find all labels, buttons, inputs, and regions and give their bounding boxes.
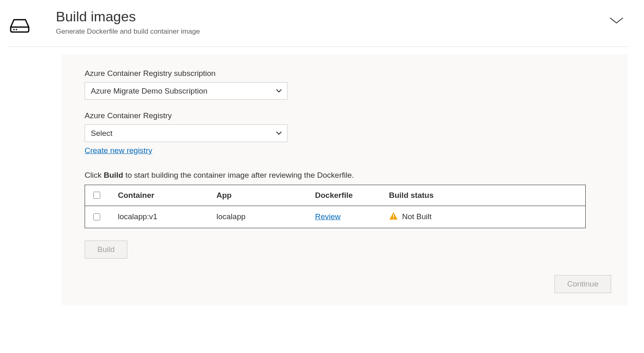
- svg-rect-3: [393, 214, 394, 217]
- registry-select[interactable]: Select: [85, 124, 288, 142]
- page-subtitle: Generate Dockerfile and build container …: [56, 28, 585, 36]
- row-checkbox[interactable]: [93, 213, 100, 220]
- cell-container: localapp:v1: [118, 212, 216, 221]
- table-header-row: Container App Dockerfile Build status: [85, 185, 585, 206]
- table-row: localapp:v1 localapp Review Not Built: [85, 206, 585, 228]
- collapse-toggle[interactable]: [610, 16, 623, 26]
- container-table: Container App Dockerfile Build status lo…: [85, 185, 586, 228]
- page-title: Build images: [56, 8, 585, 25]
- cell-status: Not Built: [402, 212, 432, 221]
- svg-point-1: [13, 29, 15, 30]
- col-header-dockerfile: Dockerfile: [315, 191, 389, 200]
- subscription-label: Azure Container Registry subscription: [85, 69, 611, 78]
- registry-label: Azure Container Registry: [85, 111, 611, 120]
- svg-rect-4: [393, 218, 394, 219]
- warning-icon: [389, 212, 398, 222]
- content-panel: Azure Container Registry subscription Az…: [62, 54, 628, 305]
- col-header-status: Build status: [389, 191, 512, 200]
- build-button[interactable]: Build: [85, 241, 127, 259]
- create-registry-link[interactable]: Create new registry: [85, 146, 152, 155]
- svg-point-2: [16, 29, 17, 30]
- col-header-container: Container: [118, 191, 216, 200]
- build-instruction: Click Build to start building the contai…: [85, 171, 611, 180]
- select-all-checkbox[interactable]: [93, 192, 100, 199]
- continue-button[interactable]: Continue: [554, 275, 611, 293]
- subscription-select[interactable]: Azure Migrate Demo Subscription: [85, 82, 288, 100]
- cell-app: localapp: [216, 212, 315, 221]
- disk-icon: [8, 17, 31, 35]
- col-header-app: App: [216, 191, 315, 200]
- step-header: Build images Generate Dockerfile and bui…: [8, 8, 628, 47]
- review-link[interactable]: Review: [315, 212, 340, 221]
